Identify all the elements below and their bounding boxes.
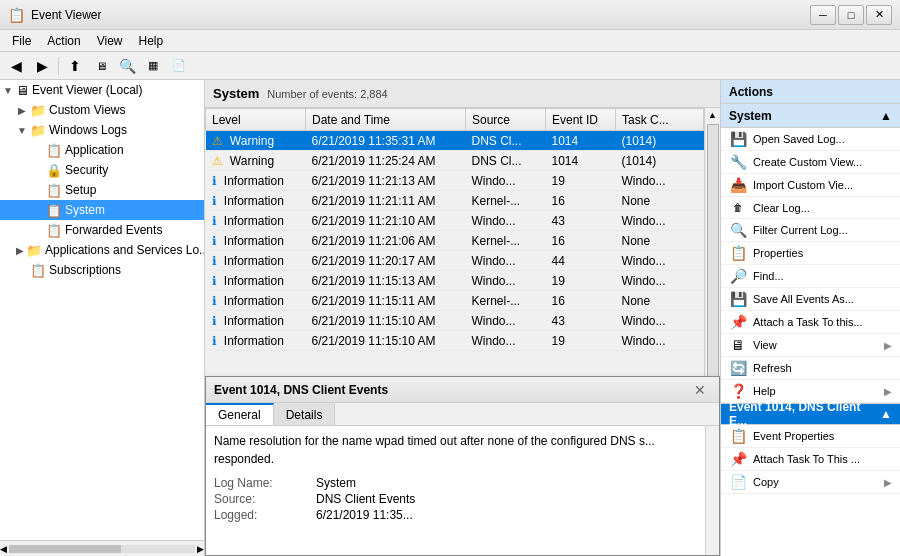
properties-button[interactable]: ▦ [141, 55, 165, 77]
tree-app-services[interactable]: ▶ 📁 Applications and Services Lo... [0, 240, 204, 260]
action-refresh[interactable]: 🔄 Refresh [721, 357, 900, 380]
action-import-custom-view[interactable]: 📥 Import Custom Vie... [721, 174, 900, 197]
events-panel-count: Number of events: 2,884 [267, 88, 387, 100]
col-taskcategory[interactable]: Task C... [616, 109, 704, 131]
cell-eventid: 19 [546, 271, 616, 291]
help-arrow: ▶ [884, 386, 892, 397]
col-datetime[interactable]: Date and Time [306, 109, 466, 131]
cell-source: Windo... [466, 251, 546, 271]
table-row[interactable]: ⚠ Warning 6/21/2019 11:35:31 AM DNS Cl..… [206, 131, 704, 151]
scroll-right-btn[interactable]: ▶ [197, 544, 204, 554]
detail-header: Event 1014, DNS Client Events ✕ [206, 377, 719, 403]
tree-forwarded-events[interactable]: ▶ 📋 Forwarded Events [0, 220, 204, 240]
table-row[interactable]: ℹ Information 6/21/2019 11:15:10 AM Wind… [206, 331, 704, 351]
cell-datetime: 6/21/2019 11:21:13 AM [306, 171, 466, 191]
tab-details[interactable]: Details [274, 403, 336, 425]
tree-setup[interactable]: ▶ 📋 Setup [0, 180, 204, 200]
refresh-label: Refresh [753, 362, 892, 374]
system-icon: 📋 [46, 203, 62, 218]
app-services-expand-icon[interactable]: ▶ [16, 245, 24, 256]
cell-taskcategory: Windo... [616, 171, 704, 191]
actions-system-header[interactable]: System ▲ [721, 104, 900, 128]
attach-task-event-icon: 📌 [729, 451, 747, 467]
app-services-icon: 📁 [26, 243, 42, 258]
tree-system[interactable]: ▶ 📋 System [0, 200, 204, 220]
save-all-icon: 💾 [729, 291, 747, 307]
scroll-up-btn[interactable]: ▲ [705, 108, 720, 122]
table-row[interactable]: ℹ Information 6/21/2019 11:15:11 AM Kern… [206, 291, 704, 311]
table-row[interactable]: ⚠ Warning 6/21/2019 11:25:24 AM DNS Cl..… [206, 151, 704, 171]
view-button[interactable]: 🖥 [89, 55, 113, 77]
action-find[interactable]: 🔎 Find... [721, 265, 900, 288]
action-event-properties[interactable]: 📋 Event Properties [721, 425, 900, 448]
cell-level: ℹ Information [206, 311, 306, 331]
up-button[interactable]: ⬆ [63, 55, 87, 77]
actions-event-header[interactable]: Event 1014, DNS Client E... ▲ [721, 403, 900, 425]
cell-eventid: 16 [546, 291, 616, 311]
application-label: Application [65, 143, 124, 157]
close-button[interactable]: ✕ [866, 5, 892, 25]
cell-taskcategory: Windo... [616, 311, 704, 331]
windows-logs-expand-icon[interactable]: ▼ [16, 125, 28, 136]
tree-windows-logs[interactable]: ▼ 📁 Windows Logs [0, 120, 204, 140]
cell-source: DNS Cl... [466, 151, 546, 171]
actions-system-label: System [729, 109, 772, 123]
tree-custom-views[interactable]: ▶ 📁 Custom Views [0, 100, 204, 120]
scroll-left-btn[interactable]: ◀ [0, 544, 7, 554]
help-label: Help [753, 385, 878, 397]
cell-datetime: 6/21/2019 11:20:17 AM [306, 251, 466, 271]
tab-general[interactable]: General [206, 403, 274, 425]
custom-views-expand-icon[interactable]: ▶ [16, 105, 28, 116]
col-level[interactable]: Level [206, 109, 306, 131]
action-clear-log[interactable]: 🗑 Clear Log... [721, 197, 900, 219]
col-source[interactable]: Source [466, 109, 546, 131]
tree-security[interactable]: ▶ 🔒 Security [0, 160, 204, 180]
action-view[interactable]: 🖥 View ▶ [721, 334, 900, 357]
minimize-button[interactable]: ─ [810, 5, 836, 25]
view-arrow: ▶ [884, 340, 892, 351]
tree-subscriptions[interactable]: ▶ 📋 Subscriptions [0, 260, 204, 280]
back-button[interactable]: ◀ [4, 55, 28, 77]
detail-close-button[interactable]: ✕ [689, 381, 711, 399]
root-expand-icon[interactable]: ▼ [2, 85, 14, 96]
action-save-all-events[interactable]: 💾 Save All Events As... [721, 288, 900, 311]
left-panel-scrollbar[interactable]: ◀ ▶ [0, 540, 204, 556]
action-filter-log[interactable]: 🔍 Filter Current Log... [721, 219, 900, 242]
action-create-custom-view[interactable]: 🔧 Create Custom View... [721, 151, 900, 174]
table-row[interactable]: ℹ Information 6/21/2019 11:21:10 AM Wind… [206, 211, 704, 231]
table-row[interactable]: ℹ Information 6/21/2019 11:21:13 AM Wind… [206, 171, 704, 191]
cell-level: ℹ Information [206, 271, 306, 291]
col-eventid[interactable]: Event ID [546, 109, 616, 131]
table-row[interactable]: ℹ Information 6/21/2019 11:15:13 AM Wind… [206, 271, 704, 291]
actions-header-main[interactable]: Actions [721, 80, 900, 104]
menu-file[interactable]: File [4, 30, 39, 51]
action-open-saved-log[interactable]: 💾 Open Saved Log... [721, 128, 900, 151]
tree-application[interactable]: ▶ 📋 Application [0, 140, 204, 160]
table-row[interactable]: ℹ Information 6/21/2019 11:20:17 AM Wind… [206, 251, 704, 271]
filter-button[interactable]: 🔍 [115, 55, 139, 77]
menu-help[interactable]: Help [131, 30, 172, 51]
maximize-button[interactable]: □ [838, 5, 864, 25]
cell-source: DNS Cl... [466, 131, 546, 151]
action-attach-task[interactable]: 📌 Attach a Task To this... [721, 311, 900, 334]
cell-level: ⚠ Warning [206, 151, 306, 171]
table-row[interactable]: ℹ Information 6/21/2019 11:21:11 AM Kern… [206, 191, 704, 211]
app-services-label: Applications and Services Lo... [45, 243, 204, 257]
menu-view[interactable]: View [89, 30, 131, 51]
detail-scrollbar[interactable] [705, 426, 719, 555]
action-properties[interactable]: 📋 Properties [721, 242, 900, 265]
table-row[interactable]: ℹ Information 6/21/2019 11:21:06 AM Kern… [206, 231, 704, 251]
copy-label: Copy [753, 476, 878, 488]
action-copy[interactable]: 📄 Copy ▶ [721, 471, 900, 494]
forward-button[interactable]: ▶ [30, 55, 54, 77]
action-attach-task-event[interactable]: 📌 Attach Task To This ... [721, 448, 900, 471]
help-button[interactable]: 📄 [167, 55, 191, 77]
forwarded-events-label: Forwarded Events [65, 223, 162, 237]
table-row[interactable]: ℹ Information 6/21/2019 11:15:10 AM Wind… [206, 311, 704, 331]
title-bar: 📋 Event Viewer ─ □ ✕ [0, 0, 900, 30]
menu-action[interactable]: Action [39, 30, 88, 51]
detail-fields: Log Name: System Source: DNS Client Even… [214, 476, 711, 522]
windows-logs-icon: 📁 [30, 123, 46, 138]
event-properties-label: Event Properties [753, 430, 892, 442]
tree-root[interactable]: ▼ 🖥 Event Viewer (Local) [0, 80, 204, 100]
